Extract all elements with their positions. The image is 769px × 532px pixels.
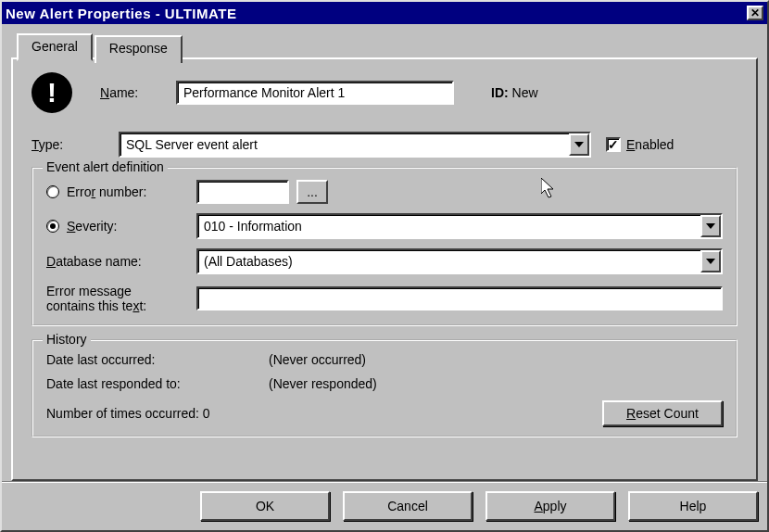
history-legend: History xyxy=(43,332,91,347)
chevron-down-icon xyxy=(700,215,721,237)
database-name-select-value: (All Databases) xyxy=(198,254,700,269)
chevron-down-icon xyxy=(569,133,589,156)
help-button[interactable]: Help xyxy=(628,491,758,521)
times-occurred-label: Number of times occurred: 0 xyxy=(46,406,269,421)
type-select-value: SQL Server event alert xyxy=(120,137,569,152)
tabstrip: General Response xyxy=(11,32,758,59)
date-last-occurred-value: (Never occurred) xyxy=(269,352,366,367)
client-area: General Response ! Name: ID: New Type: S… xyxy=(2,24,767,530)
enabled-checkbox[interactable] xyxy=(606,137,621,152)
date-last-responded-label: Date last responded to: xyxy=(46,376,269,391)
error-number-input[interactable] xyxy=(196,180,289,204)
type-select[interactable]: SQL Server event alert xyxy=(119,132,591,158)
browse-button[interactable]: ... xyxy=(296,180,328,204)
event-alert-definition-legend: Event alert definition xyxy=(43,159,168,174)
tab-response[interactable]: Response xyxy=(95,35,183,63)
id-label: ID: New xyxy=(491,85,538,100)
date-last-responded-value: (Never responded) xyxy=(269,376,377,391)
close-icon[interactable]: ✕ xyxy=(747,6,763,20)
svg-marker-2 xyxy=(706,259,715,264)
enabled-label: Enabled xyxy=(626,137,674,152)
database-name-select[interactable]: (All Databases) xyxy=(196,248,723,274)
svg-marker-1 xyxy=(706,223,715,229)
error-number-label: Error number: xyxy=(67,184,196,199)
alert-properties-window: New Alert Properties - ULTIMATE ✕ Genera… xyxy=(0,0,769,532)
tab-response-label: Response xyxy=(109,41,168,56)
type-label: Type: xyxy=(32,137,109,152)
database-name-label: Database name: xyxy=(46,254,196,269)
name-label: Name: xyxy=(100,85,167,100)
apply-button[interactable]: Apply xyxy=(485,491,615,521)
tab-general-label: General xyxy=(32,39,78,54)
titlebar: New Alert Properties - ULTIMATE ✕ xyxy=(2,2,767,24)
tab-panel-general: ! Name: ID: New Type: SQL Server event a… xyxy=(11,57,758,481)
alert-icon: ! xyxy=(32,72,72,113)
name-input[interactable] xyxy=(176,81,454,105)
history-group: History Date last occurred: (Never occur… xyxy=(32,339,737,437)
error-number-radio[interactable] xyxy=(46,185,59,198)
error-message-contains-input[interactable] xyxy=(196,286,723,310)
dialog-button-bar: OK Cancel Apply Help xyxy=(2,481,767,525)
date-last-occurred-label: Date last occurred: xyxy=(46,352,269,367)
severity-select-value: 010 - Information xyxy=(198,219,700,234)
error-message-contains-label: Error message contains this text: xyxy=(46,284,196,313)
severity-radio[interactable] xyxy=(46,220,59,233)
reset-count-button[interactable]: Reset Count xyxy=(602,400,723,426)
chevron-down-icon xyxy=(700,250,721,272)
tab-general[interactable]: General xyxy=(17,33,93,61)
ok-button[interactable]: OK xyxy=(200,491,330,521)
severity-label: Severity: xyxy=(67,219,196,234)
cancel-button[interactable]: Cancel xyxy=(343,491,473,521)
event-alert-definition-group: Event alert definition Error number: ...… xyxy=(32,167,737,326)
window-title: New Alert Properties - ULTIMATE xyxy=(6,6,747,21)
severity-select[interactable]: 010 - Information xyxy=(196,213,723,239)
svg-marker-0 xyxy=(574,142,584,147)
